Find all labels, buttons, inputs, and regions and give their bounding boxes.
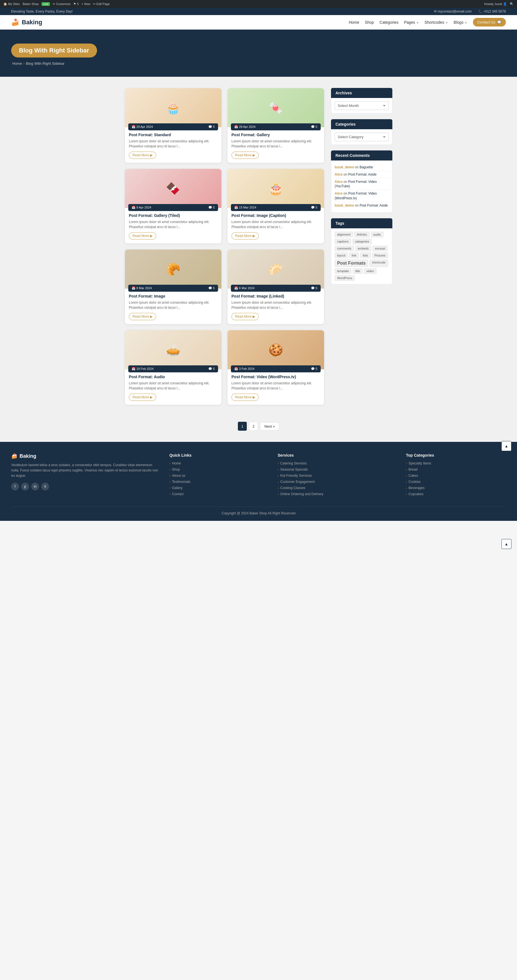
footer-service-item: › Seasonal Specials: [278, 468, 398, 471]
page-next-button[interactable]: Next »: [260, 422, 279, 430]
tag-item[interactable]: comments: [335, 246, 354, 251]
tag-item[interactable]: captions: [335, 239, 351, 244]
tag-item[interactable]: categories: [352, 239, 372, 244]
slogan-text: Elevating Taste, Every Pastry, Every Day…: [11, 10, 73, 13]
tag-item[interactable]: link: [349, 253, 359, 258]
tag-item[interactable]: embeds: [355, 246, 371, 251]
read-more-button[interactable]: Read More ▶: [232, 232, 259, 240]
tag-item[interactable]: video: [364, 268, 376, 274]
tag-item[interactable]: Articles: [354, 232, 370, 237]
footer-category-link[interactable]: › Cupcakes: [406, 492, 506, 496]
tag-item[interactable]: excerpt: [373, 246, 388, 251]
tag-item[interactable]: Pictures: [372, 253, 388, 258]
admin-customize[interactable]: ✏ Customize: [53, 2, 71, 6]
pagination: 1 2 Next »: [167, 416, 350, 436]
comment-link[interactable]: Post Format: Aside: [360, 204, 388, 207]
post-date: 📅 3 Feb 2024: [234, 367, 255, 371]
footer-service-link[interactable]: › Customer Engagement: [278, 480, 398, 484]
tag-item[interactable]: audio: [371, 232, 384, 237]
nav-pages[interactable]: Pages ▼: [404, 20, 419, 25]
post-excerpt: Lorem ipsum dolor sit amet consectetur a…: [232, 381, 320, 391]
admin-baker-shop[interactable]: Baker Shop: [22, 2, 38, 6]
nav-pages-arrow: ▼: [416, 21, 419, 24]
read-more-button[interactable]: Read More ▶: [232, 313, 259, 320]
footer-service-link[interactable]: › Seasonal Specials: [278, 468, 398, 471]
scroll-top-button[interactable]: ▲: [501, 441, 511, 451]
read-more-button[interactable]: Read More ▶: [129, 232, 156, 240]
pinterest-icon[interactable]: p: [21, 483, 29, 490]
contact-us-button[interactable]: Contact Us 💬: [473, 18, 506, 27]
post-card: 🍪 📅 3 Feb 2024 💬 5 Post Format: Video (W…: [227, 330, 324, 405]
linkedin-icon[interactable]: li: [41, 483, 49, 490]
footer-logo-text: Baking: [19, 453, 36, 459]
admin-counter[interactable]: ⚑ 5: [73, 2, 79, 6]
admin-my-sites[interactable]: 🏠 My Sites: [3, 2, 20, 6]
footer-quick-link[interactable]: › About us: [169, 474, 269, 477]
comment-link[interactable]: Baguette: [360, 165, 373, 169]
footer-service-link[interactable]: › Kid-Friendly Services: [278, 474, 398, 477]
facebook-icon[interactable]: f: [11, 483, 19, 490]
footer-quick-link[interactable]: › Testimonials: [169, 480, 269, 484]
footer-link-item: › Gallery: [169, 486, 269, 490]
footer-category-link[interactable]: › Bread: [406, 468, 506, 471]
tag-item[interactable]: Post Formats: [335, 259, 368, 267]
archives-select[interactable]: Select Month April 2024 March 2024 Febru…: [335, 101, 389, 110]
read-more-button[interactable]: Read More ▶: [129, 394, 156, 401]
post-card: 🥟 📅 6 Mar 2024 💬 5 Post Format: Image (L…: [227, 249, 324, 325]
post-image: 🧁: [125, 88, 221, 127]
tag-item[interactable]: WordPress: [335, 275, 355, 281]
comment-item: Alice on Post Format: Video (WordPress.t…: [335, 190, 389, 202]
nav-home[interactable]: Home: [349, 20, 359, 25]
footer-category-link[interactable]: › Specialty Items: [406, 461, 506, 465]
footer-category-link[interactable]: › Cakes: [406, 474, 506, 477]
post-body: Post Format: Image Lorem ipsum dolor sit…: [125, 294, 221, 324]
breadcrumb-home[interactable]: Home: [12, 61, 22, 65]
footer-quick-link[interactable]: › Home: [169, 461, 269, 465]
read-more-button[interactable]: Read More ▶: [129, 151, 156, 159]
footer-service-link[interactable]: › Catering Services: [278, 461, 398, 465]
footer-category-item: › Specialty Items: [406, 461, 506, 465]
post-title: Post Format: Standard: [129, 133, 217, 137]
read-more-button[interactable]: Read More ▶: [232, 394, 259, 401]
tag-item[interactable]: template: [335, 268, 351, 274]
footer-category-link[interactable]: › Cookies: [406, 480, 506, 484]
categories-select[interactable]: Select Category Cakes Cookies Bread Past…: [335, 133, 389, 141]
nav-blogs[interactable]: Blogs ▼: [454, 20, 467, 25]
post-title: Post Format: Video (WordPress.tv): [232, 375, 320, 379]
post-date: 📅 9 Apr 2024: [132, 206, 151, 209]
page-1[interactable]: 1: [238, 422, 247, 431]
nav-shop[interactable]: Shop: [365, 20, 374, 25]
instagram-icon[interactable]: in: [31, 483, 39, 490]
comment-author: luzuk_demo: [335, 204, 354, 207]
footer-service-link[interactable]: › Online Ordering and Delivery: [278, 492, 398, 496]
footer-service-link[interactable]: › Cooking Classes: [278, 486, 398, 490]
footer-service-item: › Customer Engagement: [278, 480, 398, 484]
post-title: Post Format: Gallery: [232, 133, 320, 137]
footer-quick-link[interactable]: › Contact: [169, 492, 269, 496]
post-image: 🍬: [228, 88, 324, 127]
post-date: 📅 8 Mar 2024: [132, 286, 152, 290]
read-more-button[interactable]: Read More ▶: [129, 313, 156, 320]
footer-category-link[interactable]: › Beverages: [406, 486, 506, 490]
site-logo[interactable]: 🍰 Baking: [11, 18, 42, 26]
footer-quick-link[interactable]: › Gallery: [169, 486, 269, 490]
post-image: 🎂: [228, 169, 324, 208]
comment-author: luzuk_demo: [335, 165, 354, 169]
breadcrumb-separator: ›: [24, 61, 25, 65]
footer-quick-link[interactable]: › Shop: [169, 468, 269, 471]
tag-item[interactable]: title: [353, 268, 363, 274]
page-2[interactable]: 2: [249, 422, 258, 431]
comment-link[interactable]: Post Format: Aside: [348, 172, 376, 177]
post-card: 🍬 📅 28 Apr 2024 💬 5 Post Format: Gallery…: [227, 88, 324, 163]
admin-edit-page[interactable]: ✏ Edit Page: [93, 2, 110, 6]
tag-item[interactable]: layout: [335, 253, 348, 258]
tag-item[interactable]: lists: [360, 253, 371, 258]
nav-categories[interactable]: Categories: [379, 20, 398, 25]
read-more-button[interactable]: Read More ▶: [232, 151, 259, 159]
tag-item[interactable]: alignment: [335, 232, 353, 237]
tag-item[interactable]: shortcode: [370, 259, 388, 267]
nav-shortcodes[interactable]: Shortcodes ▼: [424, 20, 448, 25]
admin-search-icon[interactable]: 🔍: [510, 2, 514, 6]
admin-new[interactable]: + New: [81, 2, 90, 6]
archives-body: Select Month April 2024 March 2024 Febru…: [331, 98, 392, 114]
